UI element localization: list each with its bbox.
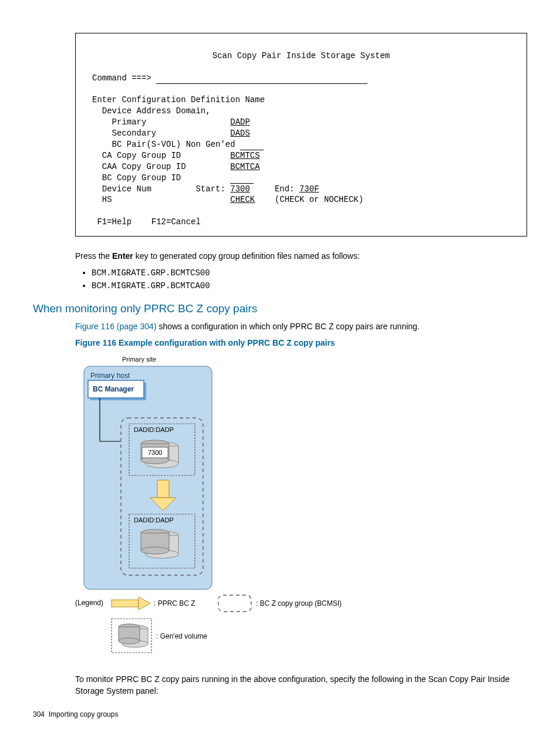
secondary-label: Secondary [112, 129, 157, 138]
ca-label: CA Copy Group ID [102, 151, 181, 160]
caa-label: CAA Copy Group ID [102, 162, 186, 171]
figure-diagram: Primary site Primary host BC Manager DAD… [75, 355, 527, 660]
end-label: End: [275, 184, 295, 194]
file-item: BCM.MIGRATE.GRP.BCMTCA00 [92, 281, 527, 291]
dadid-top: DADID:DADP [134, 426, 174, 433]
file-item: BCM.MIGRATE.GRP.BCMTCS00 [92, 268, 527, 278]
panel-title: Scan Copy Pair Inside Storage System [92, 50, 510, 62]
devnum-label: Device Num [102, 184, 151, 194]
primary-value[interactable]: DADP [230, 117, 250, 127]
svg-rect-14 [157, 480, 169, 498]
footer-text: Importing copy groups [49, 710, 119, 718]
scan-panel: Scan Copy Pair Inside Storage System Com… [75, 33, 527, 237]
primary-host-label: Primary host [90, 372, 130, 380]
command-label: Command ===> [92, 73, 151, 83]
start-value[interactable]: 7300 [230, 184, 250, 194]
dadid-bot: DADID:DADP [134, 517, 174, 524]
fig-ref-para: Figure 116 (page 304) shows a configurat… [75, 321, 527, 333]
hs-label: HS [102, 195, 112, 204]
svg-point-22 [141, 547, 169, 554]
bc-label: BC Copy Group ID [102, 173, 181, 183]
hs-value[interactable]: CHECK [230, 195, 255, 204]
enter-key: Enter [112, 251, 133, 261]
primary-label: Primary [112, 117, 147, 127]
legend-gen: : Gen'ed volume [156, 632, 207, 640]
figure-caption: Figure 116 Example configuration with on… [75, 338, 527, 347]
secondary-value[interactable]: DADS [230, 129, 250, 138]
svg-rect-25 [218, 595, 251, 612]
svg-marker-24 [139, 597, 150, 610]
file-list: BCM.MIGRATE.GRP.BCMTCS00 BCM.MIGRATE.GRP… [80, 268, 527, 291]
caa-value[interactable]: BCMTCA [230, 162, 259, 171]
dad-heading: Device Address Domain, [102, 106, 211, 116]
hs-hint: (CHECK or NOCHECK) [275, 195, 363, 204]
figure-link[interactable]: Figure 116 (page 304) [75, 322, 157, 331]
enter-cfg: Enter Configuration Definition Name [92, 95, 265, 104]
bc-input[interactable] [230, 177, 254, 184]
primary-site-label: Primary site [122, 356, 156, 363]
intro-para: Press the Enter key to generated copy gr… [75, 251, 527, 262]
vol-num: 7300 [148, 449, 162, 456]
section-heading: When monitoring only PPRC BC Z copy pair… [33, 302, 527, 315]
start-label: Start: [195, 184, 225, 194]
closing-para: To monitor PPRC BC Z copy pairs running … [75, 674, 527, 697]
bcpair-label: BC Pair(S-VOL) Non Gen'ed [112, 140, 235, 149]
bcpair-input[interactable] [240, 143, 264, 150]
page-number: 304 [33, 710, 45, 718]
fkeys: F1=Help F12=Cancel [97, 217, 200, 227]
svg-point-32 [119, 638, 140, 644]
legend-pprc: : PPRC BC Z [154, 599, 195, 607]
legend-label: (Legend) [75, 599, 103, 607]
svg-rect-23 [112, 600, 139, 607]
legend-bcz: : BC Z copy group (BCMSI) [256, 599, 342, 607]
end-value[interactable]: 730F [299, 184, 319, 194]
page-footer: 304 Importing copy groups [33, 710, 118, 718]
bc-manager-label: BC Manager [93, 385, 134, 393]
ca-value[interactable]: BCMTCS [230, 151, 259, 160]
command-input[interactable] [156, 77, 367, 84]
